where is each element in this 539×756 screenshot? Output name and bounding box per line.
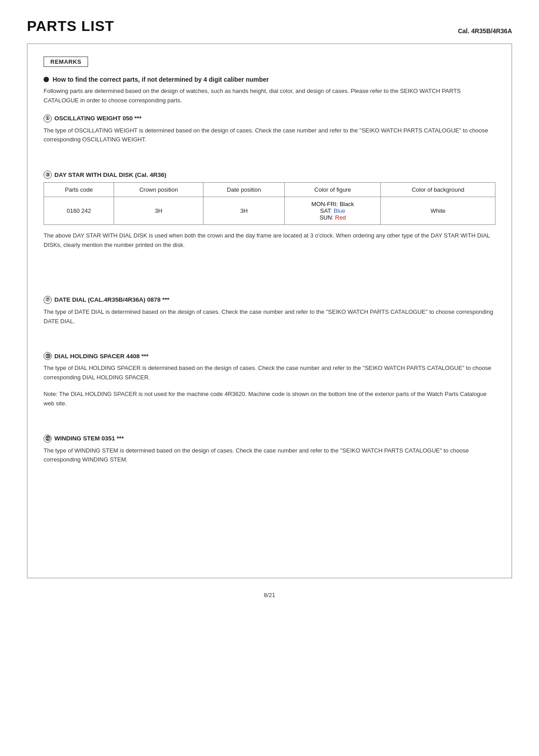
remarks-label: REMARKS [44,57,88,67]
section-dialholding: ⑳ DIAL HOLDING SPACER 4408 *** The type … [44,352,495,408]
table-row: 0160 242 3H 3H MON-FRI: Black SAT: Blue … [44,197,495,225]
num-circle-3: ③ [44,171,52,179]
num-circle-52: ㊲ [44,435,52,443]
oscillating-body: The type of OSCILLATING WEIGHT is determ… [44,126,495,145]
td-date-position: 3H [203,197,285,225]
spacer-2 [44,257,495,267]
how-to-title: How to find the correct parts, if not de… [44,76,495,83]
td-crown-position: 3H [114,197,203,225]
color-sun-value: : Red [332,214,346,221]
section-datedial: ⑦ DATE DIAL (CAL.4R35B/4R36A) 0878 *** T… [44,296,495,326]
oscillating-title: ① OSCILLATING WEIGHT 050 *** [44,114,495,123]
th-parts-code: Parts code [44,183,114,197]
datedial-body: The type of DATE DIAL is determined base… [44,308,495,326]
windingstem-body: The type of WINDING STEM is determined b… [44,446,495,465]
spacer-4 [44,277,495,287]
dialholding-body: The type of DIAL HOLDING SPACER is deter… [44,364,495,382]
dialholding-title: ⑳ DIAL HOLDING SPACER 4408 *** [44,352,495,360]
parts-table: Parts code Crown position Date position … [44,182,495,225]
color-sun-label: SUN [319,214,331,221]
spacer-1 [44,152,495,162]
page-title: PARTS LIST [27,18,114,35]
section-oscillating: ① OSCILLATING WEIGHT 050 *** The type of… [44,114,495,145]
cal-number: Cal. 4R35B/4R36A [458,27,512,35]
td-color-figure: MON-FRI: Black SAT: Blue SUN: Red [284,197,380,225]
color-monFri: MON-FRI: Black [311,201,354,207]
color-sat-label: SAT [320,207,331,214]
th-color-background: Color of background [381,183,495,197]
table-header-row: Parts code Crown position Date position … [44,183,495,197]
th-color-figure: Color of figure [284,183,380,197]
page-footer: 8/21 [27,592,512,598]
page-wrapper: PARTS LIST Cal. 4R35B/4R36A REMARKS How … [0,0,539,616]
th-crown-position: Crown position [114,183,203,197]
daystar-body: The above DAY STAR WITH DIAL DISK is use… [44,231,495,250]
daystar-title: ③ DAY STAR WITH DIAL DISK (Cal. 4R36) [44,171,495,179]
color-sat-value: : Blue [330,207,345,214]
spacer-3 [44,267,495,277]
section-daystar: ③ DAY STAR WITH DIAL DISK (Cal. 4R36) Pa… [44,171,495,250]
page-number: 8/21 [264,592,275,598]
how-to-body: Following parts are determined based on … [44,87,495,105]
num-circle-1: ① [44,114,52,123]
num-circle-7: ⑦ [44,296,52,304]
spacer-5 [44,333,495,343]
bullet-icon [44,77,49,82]
dialholding-note: Note: The DIAL HOLDING SPACER is not use… [44,390,495,409]
datedial-title: ⑦ DATE DIAL (CAL.4R35B/4R36A) 0878 *** [44,296,495,304]
main-box: REMARKS How to find the correct parts, i… [27,44,512,578]
bottom-spacer [44,472,495,562]
th-date-position: Date position [203,183,285,197]
spacer-6 [44,416,495,426]
td-color-background: White [381,197,495,225]
section-windingstem: ㊲ WINDING STEM 0351 *** The type of WIND… [44,435,495,465]
td-parts-code: 0160 242 [44,197,114,225]
page-header: PARTS LIST Cal. 4R35B/4R36A [27,18,512,35]
windingstem-title: ㊲ WINDING STEM 0351 *** [44,435,495,443]
num-circle-20: ⑳ [44,352,52,360]
